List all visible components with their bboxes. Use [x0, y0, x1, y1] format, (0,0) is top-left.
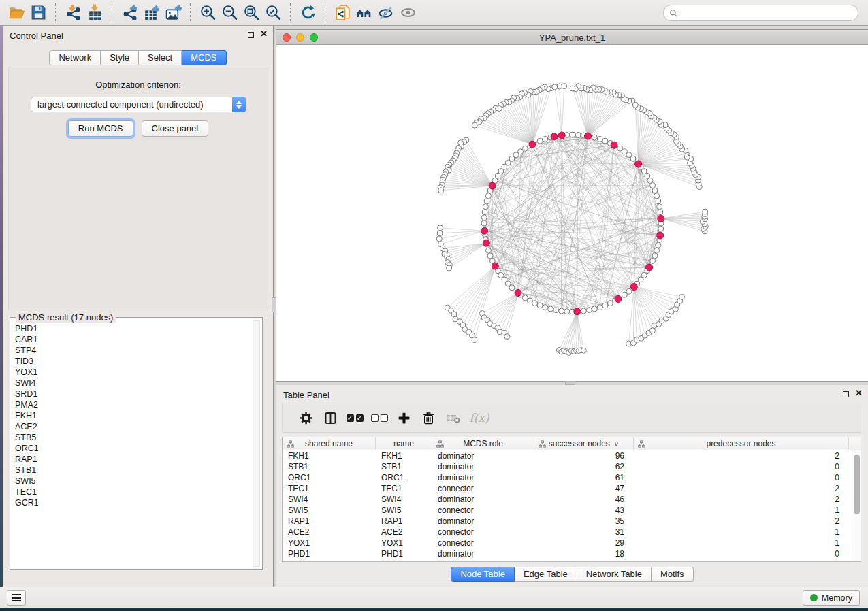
- mcds-node[interactable]: [657, 232, 664, 239]
- table-cell[interactable]: 2: [634, 516, 849, 526]
- network-node[interactable]: [592, 135, 597, 140]
- mcds-result-item[interactable]: SWI4: [15, 378, 251, 389]
- network-node[interactable]: [652, 188, 658, 193]
- table-cell[interactable]: FKH1: [283, 451, 376, 461]
- table-row[interactable]: ACE2ACE2connector311: [283, 527, 861, 538]
- zoom-in-button[interactable]: [197, 3, 219, 23]
- table-cell[interactable]: SWI5: [376, 506, 432, 515]
- mcds-result-item[interactable]: TID3: [15, 356, 251, 367]
- table-cell[interactable]: 31: [534, 527, 634, 537]
- tab-select[interactable]: Select: [139, 50, 182, 65]
- table-cell[interactable]: connector: [432, 506, 534, 515]
- mcds-node[interactable]: [611, 142, 617, 148]
- mcds-node[interactable]: [551, 133, 558, 140]
- tab-style[interactable]: Style: [101, 50, 139, 65]
- zoom-out-button[interactable]: [219, 3, 240, 23]
- delete-table-button[interactable]: [440, 406, 465, 430]
- table-cell[interactable]: STB1: [376, 462, 432, 472]
- select-all-rows-button[interactable]: ✓✓: [342, 406, 367, 430]
- network-node[interactable]: [617, 146, 623, 151]
- table-row[interactable]: FKH1FKH1dominator962: [283, 450, 861, 461]
- tab-motifs[interactable]: Motifs: [652, 567, 694, 582]
- table-cell[interactable]: 2: [634, 451, 849, 461]
- network-node[interactable]: [626, 288, 632, 294]
- network-node[interactable]: [472, 337, 477, 343]
- column-header-successor-nodes[interactable]: successor nodes∨: [534, 437, 634, 450]
- table-row[interactable]: STB1STB1dominator620: [283, 461, 861, 472]
- mcds-result-item[interactable]: CAR1: [15, 334, 251, 345]
- column-header-shared-name[interactable]: shared name: [283, 437, 376, 450]
- table-cell[interactable]: PHD1: [376, 549, 432, 559]
- mcds-node[interactable]: [574, 308, 581, 315]
- deselect-all-rows-button[interactable]: [367, 406, 391, 430]
- table-cell[interactable]: connector: [432, 538, 534, 548]
- table-cell[interactable]: YOX1: [283, 538, 376, 548]
- network-node[interactable]: [597, 305, 602, 310]
- network-node[interactable]: [484, 199, 489, 204]
- table-cell[interactable]: RAP1: [283, 516, 376, 526]
- table-cell[interactable]: ORC1: [376, 473, 432, 482]
- export-network-button[interactable]: [118, 3, 140, 23]
- column-header-MCDS-role[interactable]: MCDS role: [432, 437, 534, 450]
- import-table-button[interactable]: [84, 3, 106, 23]
- network-node[interactable]: [632, 102, 638, 108]
- mcds-node[interactable]: [492, 263, 498, 269]
- clone-network-button[interactable]: [332, 3, 353, 23]
- mcds-node[interactable]: [630, 284, 637, 291]
- table-cell[interactable]: STB1: [283, 462, 376, 472]
- network-node[interactable]: [564, 309, 570, 314]
- mcds-result-item[interactable]: FKH1: [15, 410, 251, 421]
- table-cell[interactable]: SWI4: [283, 495, 376, 504]
- open-file-button[interactable]: [5, 3, 27, 23]
- table-cell[interactable]: 46: [534, 495, 634, 504]
- mcds-result-item[interactable]: PMA2: [15, 399, 251, 410]
- tab-node-table[interactable]: Node Table: [451, 567, 515, 582]
- float-window-icon[interactable]: [843, 391, 849, 397]
- network-node[interactable]: [509, 285, 515, 291]
- mcds-result-item[interactable]: SWI5: [15, 476, 251, 486]
- mcds-node[interactable]: [615, 295, 622, 302]
- network-node[interactable]: [581, 348, 586, 353]
- network-node[interactable]: [481, 220, 487, 226]
- network-node[interactable]: [438, 225, 443, 231]
- network-node[interactable]: [654, 193, 660, 199]
- export-table-button[interactable]: [140, 3, 162, 23]
- mcds-result-item[interactable]: SRD1: [15, 389, 251, 399]
- table-cell[interactable]: PHD1: [283, 549, 376, 559]
- network-node[interactable]: [481, 215, 487, 220]
- show-all-button[interactable]: [397, 3, 419, 23]
- table-cell[interactable]: 1: [634, 506, 849, 515]
- mcds-node[interactable]: [558, 132, 565, 139]
- network-node[interactable]: [570, 132, 575, 137]
- network-node[interactable]: [482, 210, 487, 215]
- network-node[interactable]: [436, 236, 442, 242]
- table-cell[interactable]: connector: [432, 484, 534, 493]
- network-node[interactable]: [575, 132, 581, 137]
- mcds-result-item[interactable]: ORC1: [15, 443, 251, 454]
- table-row[interactable]: TEC1TEC1connector472: [283, 483, 861, 494]
- table-cell[interactable]: dominator: [432, 495, 534, 504]
- table-cell[interactable]: 61: [534, 473, 634, 482]
- network-node[interactable]: [657, 204, 662, 210]
- table-cell[interactable]: 2: [634, 495, 849, 504]
- mcds-node[interactable]: [658, 215, 664, 222]
- table-cell[interactable]: 35: [534, 516, 634, 526]
- table-settings-button[interactable]: [293, 406, 318, 430]
- network-node[interactable]: [570, 86, 575, 91]
- network-node[interactable]: [602, 303, 608, 308]
- network-node[interactable]: [543, 305, 548, 310]
- network-node[interactable]: [532, 301, 538, 306]
- mcds-result-item[interactable]: ACE2: [15, 421, 251, 432]
- float-window-icon[interactable]: [248, 32, 254, 38]
- network-node[interactable]: [654, 248, 660, 253]
- tab-mcds[interactable]: MCDS: [182, 50, 226, 65]
- network-node[interactable]: [543, 136, 548, 142]
- network-canvas[interactable]: [276, 45, 868, 381]
- network-node[interactable]: [559, 308, 564, 314]
- table-row[interactable]: SWI5SWI5connector431: [283, 505, 861, 516]
- table-cell[interactable]: dominator: [432, 451, 534, 461]
- close-panel-button[interactable]: Close panel: [142, 120, 209, 137]
- refresh-button[interactable]: [297, 3, 319, 23]
- search-input[interactable]: [682, 7, 852, 18]
- network-node[interactable]: [483, 204, 488, 210]
